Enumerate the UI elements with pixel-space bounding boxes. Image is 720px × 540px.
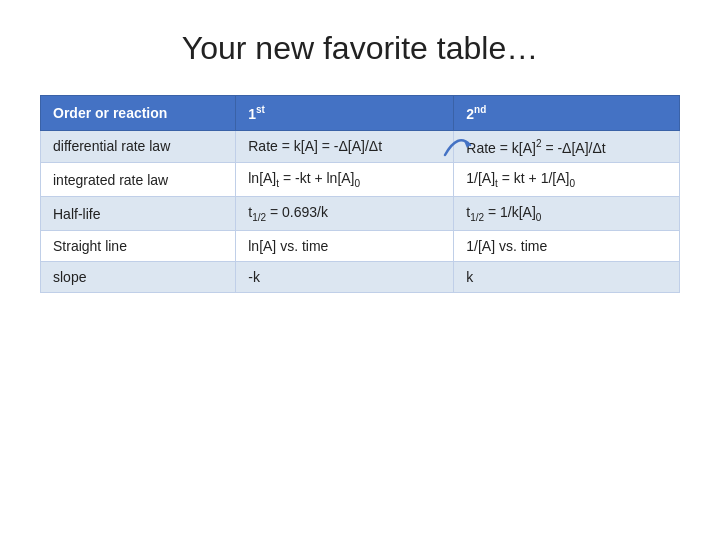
col-header-3: 2nd xyxy=(454,96,680,131)
cell-row4-col1: slope xyxy=(41,261,236,292)
page-title: Your new favorite table… xyxy=(182,30,538,67)
page-container: Your new favorite table… Order or reacti… xyxy=(0,0,720,540)
main-table: Order or reaction 1st 2nd differential r… xyxy=(40,95,680,293)
cell-row1-col1: integrated rate law xyxy=(41,163,236,197)
col-header-2: 1st xyxy=(236,96,454,131)
table-row: slope-kk xyxy=(41,261,680,292)
cell-row0-col3: Rate = k[A]2 = -Δ[A]/Δt xyxy=(454,130,680,163)
cell-row3-col3: 1/[A] vs. time xyxy=(454,230,680,261)
table-row: differential rate lawRate = k[A] = -Δ[A]… xyxy=(41,130,680,163)
table-row: Straight lineln[A] vs. time1/[A] vs. tim… xyxy=(41,230,680,261)
cell-row2-col1: Half-life xyxy=(41,197,236,231)
cell-row0-col1: differential rate law xyxy=(41,130,236,163)
cell-row1-col3: 1/[A]t = kt + 1/[A]0 xyxy=(454,163,680,197)
cell-row4-col2: -k xyxy=(236,261,454,292)
cell-row3-col2: ln[A] vs. time xyxy=(236,230,454,261)
table-header-row: Order or reaction 1st 2nd xyxy=(41,96,680,131)
curved-arrow-icon xyxy=(440,127,475,165)
cell-row4-col3: k xyxy=(454,261,680,292)
cell-row2-col3: t1/2 = 1/k[A]0 xyxy=(454,197,680,231)
col-header-1: Order or reaction xyxy=(41,96,236,131)
cell-row2-col2: t1/2 = 0.693/k xyxy=(236,197,454,231)
table-row: Half-lifet1/2 = 0.693/kt1/2 = 1/k[A]0 xyxy=(41,197,680,231)
cell-row1-col2: ln[A]t = -kt + ln[A]0 xyxy=(236,163,454,197)
cell-row0-col2: Rate = k[A] = -Δ[A]/Δt xyxy=(236,130,454,163)
cell-row3-col1: Straight line xyxy=(41,230,236,261)
table-row: integrated rate lawln[A]t = -kt + ln[A]0… xyxy=(41,163,680,197)
table-wrapper: Order or reaction 1st 2nd differential r… xyxy=(40,95,680,293)
